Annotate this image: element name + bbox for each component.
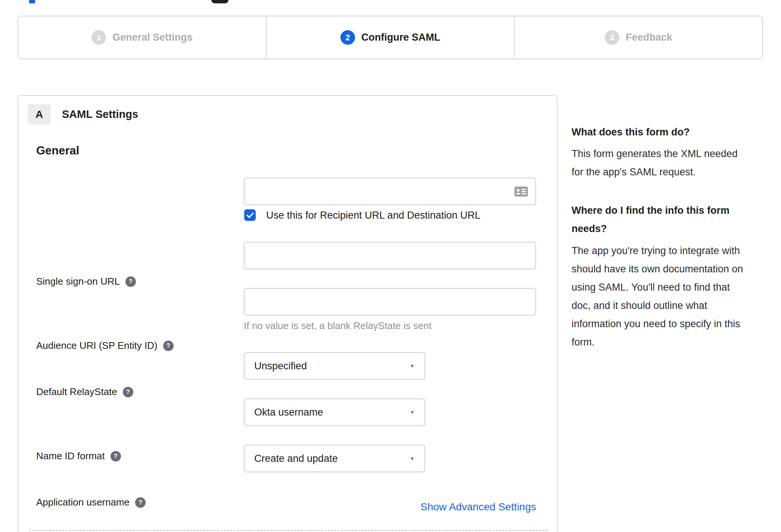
step-general-settings[interactable]: 1 General Settings — [18, 16, 266, 59]
cutoff-logo-fragment — [29, 0, 35, 3]
wizard-stepper: 1 General Settings 2 Configure SAML 3 Fe… — [18, 16, 763, 59]
step-number-badge: 2 — [340, 30, 355, 45]
chevron-down-icon: ▼ — [410, 456, 415, 461]
audience-uri-label: Audience URI (SP Entity ID) ? — [36, 340, 174, 351]
audience-uri-input[interactable] — [244, 242, 536, 269]
relaystate-input-wrap — [244, 288, 536, 316]
advanced-settings-row: Show Advanced Settings — [244, 501, 536, 513]
nameid-format-select[interactable]: Unspecified ▼ — [244, 352, 425, 380]
app-username-label: Application username ? — [36, 497, 146, 508]
sidebar-heading-find-info: Where do I find the info this form needs… — [572, 201, 762, 238]
section-divider — [29, 530, 548, 531]
chevron-down-icon: ▼ — [410, 363, 415, 369]
help-icon[interactable]: ? — [123, 387, 133, 397]
update-username-value: Create and update — [254, 453, 338, 464]
step-label: Configure SAML — [361, 32, 440, 43]
nameid-format-value: Unspecified — [254, 360, 307, 372]
help-icon[interactable]: ? — [125, 276, 136, 287]
relaystate-label-text: Default RelayState — [36, 386, 117, 398]
sidebar-heading-form-purpose: What does this form do? — [572, 123, 762, 141]
step-configure-saml[interactable]: 2 Configure SAML — [266, 16, 514, 59]
relaystate-input[interactable] — [244, 288, 536, 316]
app-username-select[interactable]: Okta username ▼ — [244, 398, 425, 426]
chevron-down-icon: ▼ — [410, 409, 415, 415]
cutoff-header-icon — [211, 0, 228, 3]
app-username-label-text: Application username — [36, 497, 130, 508]
group-title-general: General — [36, 144, 79, 157]
sso-url-label: Single sign-on URL ? — [36, 276, 136, 287]
app-username-value: Okta username — [254, 407, 323, 418]
saml-settings-panel: A SAML Settings General Single sign-on U… — [18, 95, 558, 532]
contact-card-icon[interactable] — [514, 187, 528, 198]
sidebar-paragraph-find-info: The app you're trying to integrate with … — [572, 242, 762, 351]
nameid-format-label-text: Name ID format — [36, 450, 105, 462]
recipient-url-checkbox-label[interactable]: Use this for Recipient URL and Destinati… — [266, 210, 480, 221]
relaystate-label: Default RelayState ? — [36, 386, 133, 398]
step-number-badge: 1 — [91, 30, 106, 45]
nameid-format-label: Name ID format ? — [36, 450, 121, 462]
step-feedback[interactable]: 3 Feedback — [514, 16, 762, 59]
sso-url-input-wrap — [244, 178, 536, 205]
recipient-url-checkbox[interactable] — [244, 209, 256, 221]
step-label: Feedback — [626, 32, 672, 43]
help-icon[interactable]: ? — [135, 497, 146, 508]
section-badge: A — [28, 104, 51, 125]
relaystate-hint: If no value is set, a blank RelayState i… — [244, 320, 432, 332]
audience-uri-label-text: Audience URI (SP Entity ID) — [36, 340, 158, 351]
update-username-select[interactable]: Create and update ▼ — [244, 445, 425, 472]
sso-url-label-text: Single sign-on URL — [36, 276, 120, 287]
audience-uri-input-wrap — [244, 242, 536, 269]
step-label: General Settings — [112, 32, 193, 43]
help-icon[interactable]: ? — [163, 341, 174, 351]
step-number-badge: 3 — [605, 30, 619, 45]
show-advanced-settings-link[interactable]: Show Advanced Settings — [420, 501, 536, 513]
sidebar-paragraph-form-purpose: This form generates the XML needed for t… — [572, 145, 762, 181]
sso-url-input[interactable] — [244, 178, 536, 205]
section-title: SAML Settings — [62, 108, 138, 121]
help-icon[interactable]: ? — [111, 451, 121, 461]
